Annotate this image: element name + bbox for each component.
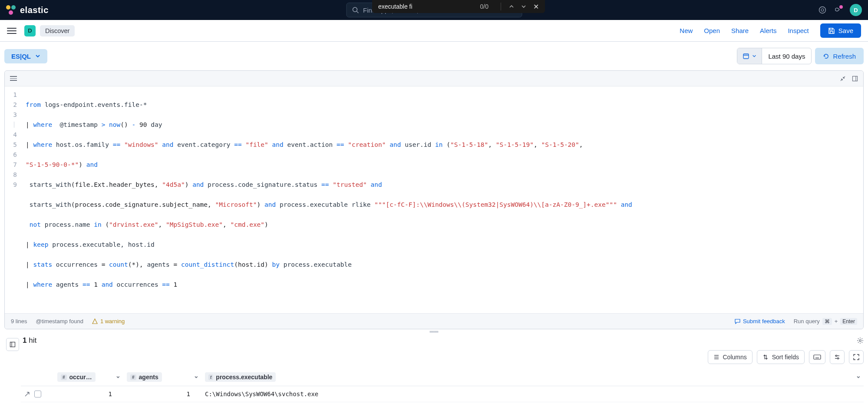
open-link[interactable]: Open [704,27,720,34]
th-occurrences[interactable]: #occur… ⌄ [54,368,123,386]
announce-icon[interactable] [834,6,842,14]
find-count: 0/0 [480,3,488,10]
find-divider [501,3,501,10]
breadcrumb[interactable]: Discover [40,25,75,36]
query-toolbar: ES|QL Last 90 days Refresh [0,42,868,70]
inspect-link[interactable]: Inspect [788,27,809,34]
cell-occurrences: 1 [54,386,123,402]
new-link[interactable]: New [680,27,693,34]
fullscreen-icon [853,354,859,360]
nav-menu-icon[interactable] [7,28,17,34]
th-agents[interactable]: #agents ⌄ [123,368,201,386]
results-main: 1 hit Columns Sort fields [21,334,864,402]
alerts-link[interactable]: Alerts [760,27,776,34]
header-right: D [818,4,862,16]
logo-icon [6,5,16,15]
editor-menu-icon[interactable] [10,76,17,81]
brand-text: elastic [20,5,49,15]
refresh-icon [823,53,829,60]
collapse-icon[interactable] [840,76,846,82]
find-next-icon[interactable] [521,4,526,9]
share-link[interactable]: Share [731,27,749,34]
refresh-label: Refresh [833,53,856,60]
svg-rect-4 [743,54,749,59]
fullscreen-button[interactable] [849,350,864,364]
chevron-down-icon[interactable]: ⌄ [856,372,861,379]
svg-point-2 [819,7,826,13]
refresh-button[interactable]: Refresh [815,48,864,64]
notification-dot [839,5,843,9]
editor-footer: 9 lines @timestamp found 1 warning Submi… [5,313,863,329]
submit-feedback-link[interactable]: Submit feedback [735,318,785,325]
expand-row-icon[interactable] [24,391,30,397]
timestamp-status: @timestamp found [36,318,83,325]
fields-toggle-button[interactable] [6,338,19,351]
editor-topbar [5,71,863,86]
brand-logo[interactable]: elastic [6,5,49,15]
help-icon[interactable] [818,6,826,14]
columns-button[interactable]: Columns [708,350,752,364]
chevron-down-icon [35,53,40,59]
app-subheader: D Discover New Open Share Alerts Inspect… [0,20,868,42]
date-quick-icon[interactable] [737,48,762,64]
save-label: Save [838,27,853,34]
chevron-down-icon[interactable]: ⌄ [194,372,199,379]
query-editor: 1 2 3 4 5 6 7 8 9 from logs-endpoint.eve… [4,70,864,329]
th-controls [21,368,54,386]
display-options-button[interactable] [830,350,845,364]
browser-find-bar: executable fi 0/0 ✕ [372,0,545,13]
lines-count: 9 lines [11,318,27,325]
panel-icon [10,341,16,348]
save-button[interactable]: Save [820,23,861,38]
sort-icon [762,354,769,360]
language-label: ES|QL [11,53,31,60]
language-select[interactable]: ES|QL [4,49,47,63]
sort-button[interactable]: Sort fields [757,350,805,364]
svg-point-3 [821,9,824,11]
th-process-executable[interactable]: tprocess.executable ⌄ [201,368,864,386]
save-icon [828,27,835,34]
warning-icon [92,318,98,324]
chevron-down-icon[interactable]: ⌄ [116,372,121,379]
app-badge[interactable]: D [24,25,36,36]
date-text: Last 90 days [762,53,811,60]
svg-rect-8 [10,342,15,347]
table-row[interactable]: 1 1 C:\Windows\SysWOW64\svchost.exe [21,386,864,402]
date-picker[interactable]: Last 90 days [737,48,812,64]
cell-executable: C:\Windows\SysWOW64\svchost.exe [201,386,864,402]
layout-icon[interactable] [852,76,858,82]
list-icon [713,354,719,360]
code-lines[interactable]: from logs-endpoint.events.file-* | where… [21,86,863,313]
results-tools: Columns Sort fields [21,350,864,364]
svg-line-1 [356,11,358,13]
results-area: 1 hit Columns Sort fields [4,334,864,402]
svg-rect-6 [853,76,858,81]
code-area[interactable]: 1 2 3 4 5 6 7 8 9 from logs-endpoint.eve… [5,86,863,313]
density-button[interactable] [809,350,825,364]
row-checkbox[interactable] [34,391,41,397]
kbd-enter: Enter [840,318,857,325]
global-header: elastic Find apps, content, and more. ex… [0,0,868,20]
settings-icon[interactable] [857,337,864,344]
run-query-hint: Run query ⌘ + Enter [794,318,857,325]
chevron-down-icon [752,54,756,58]
hits-count: 1 hit [23,336,36,345]
editor-topbar-right [840,76,858,82]
resize-handle[interactable]: ══ [0,329,868,334]
sliders-icon [834,354,840,360]
warning-status[interactable]: 1 warning [92,318,125,325]
fields-sidebar-toggle-area [4,334,21,402]
keyboard-icon [813,354,821,360]
user-avatar[interactable]: D [850,4,862,16]
svg-point-0 [353,7,357,12]
find-close-icon[interactable]: ✕ [533,3,539,11]
toolbar-right: Last 90 days Refresh [737,48,864,64]
line-gutter: 1 2 3 4 5 6 7 8 9 [5,86,21,313]
find-input[interactable]: executable fi [378,3,480,10]
find-prev-icon[interactable] [509,4,514,9]
svg-point-21 [835,355,837,356]
kbd-cmd: ⌘ [822,318,832,325]
svg-point-23 [837,358,838,359]
results-table: #occur… ⌄ #agents ⌄ tprocess.executable … [21,368,864,402]
search-icon [352,7,359,13]
